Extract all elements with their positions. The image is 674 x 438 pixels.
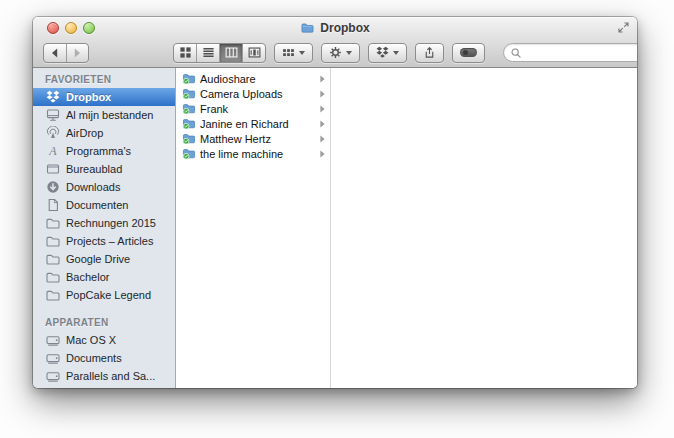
list-item-janine-en-richard[interactable]: Janine en Richard bbox=[176, 116, 330, 131]
hard-drive-icon bbox=[45, 351, 60, 366]
coverflow-view-icon bbox=[248, 46, 261, 59]
folder-icon bbox=[45, 216, 60, 231]
tag-pill-icon bbox=[460, 48, 477, 57]
sidebar-item-label: Al mijn bestanden bbox=[66, 109, 153, 121]
gear-icon bbox=[329, 46, 342, 59]
search-icon bbox=[510, 47, 522, 59]
folder-icon bbox=[45, 234, 60, 249]
fullscreen-arrows-icon[interactable] bbox=[618, 22, 629, 33]
folder-icon bbox=[45, 270, 60, 285]
dropbox-icon bbox=[45, 90, 60, 105]
sidebar-section-favorites: FAVORIETEN bbox=[33, 72, 175, 88]
icon-view-icon bbox=[179, 46, 192, 59]
forward-button[interactable] bbox=[66, 44, 89, 62]
list-item-frank[interactable]: Frank bbox=[176, 101, 330, 116]
list-view-button[interactable] bbox=[196, 44, 219, 62]
sidebar-item-desktop[interactable]: Bureaublad bbox=[33, 160, 175, 178]
hard-drive-icon bbox=[45, 333, 60, 348]
column-view-icon bbox=[225, 46, 238, 59]
sidebar-item-rechnungen-2015[interactable]: Rechnungen 2015 bbox=[33, 214, 175, 232]
sidebar-item-popcake-legend[interactable]: PopCake Legend bbox=[33, 286, 175, 304]
documents-icon bbox=[45, 198, 60, 213]
hard-drive-icon bbox=[45, 369, 60, 384]
sidebar-item-applications[interactable]: Programma's bbox=[33, 142, 175, 160]
sidebar-item-dropbox[interactable]: Dropbox bbox=[33, 88, 175, 106]
toolbar bbox=[33, 38, 637, 67]
view-mode-control bbox=[173, 43, 266, 63]
sidebar-item-label: Bachelor bbox=[66, 271, 109, 283]
list-item-matthew-hertz[interactable]: Matthew Hertz bbox=[176, 131, 330, 146]
column-2-empty[interactable] bbox=[331, 68, 637, 388]
share-icon bbox=[423, 46, 436, 59]
item-label: the lime machine bbox=[200, 148, 283, 160]
sidebar-item-label: Dropbox bbox=[66, 91, 111, 103]
action-menu-button[interactable] bbox=[321, 43, 360, 63]
sidebar-item-parallels[interactable]: Parallels and Sa... bbox=[33, 367, 175, 385]
applications-icon bbox=[45, 144, 60, 159]
list-view-icon bbox=[202, 46, 215, 59]
sidebar-item-label: Rechnungen 2015 bbox=[66, 217, 156, 229]
sidebar-item-label: AirDrop bbox=[66, 127, 103, 139]
sidebar-item-projects-articles[interactable]: Projects – Articles bbox=[33, 232, 175, 250]
all-my-files-icon bbox=[45, 108, 60, 123]
sidebar-item-label: PopCake Legend bbox=[66, 289, 151, 301]
search-field[interactable] bbox=[503, 43, 637, 62]
back-arrow-icon bbox=[48, 46, 62, 60]
sidebar-item-google-drive[interactable]: Google Drive bbox=[33, 250, 175, 268]
sidebar-item-documents[interactable]: Documenten bbox=[33, 196, 175, 214]
synced-folder-icon bbox=[182, 102, 196, 115]
column-1: Audioshare Camera Uploads Frank Janine e… bbox=[176, 68, 331, 388]
sidebar-item-label: Downloads bbox=[66, 181, 120, 193]
chevron-right-icon bbox=[320, 120, 325, 128]
sidebar-item-label: Google Drive bbox=[66, 253, 130, 265]
window-chrome: Dropbox bbox=[33, 17, 637, 68]
sidebar-item-label: Mac OS X bbox=[66, 334, 116, 346]
sidebar: FAVORIETEN Dropbox Al mijn bestanden Air… bbox=[33, 68, 176, 388]
item-label: Camera Uploads bbox=[200, 88, 283, 100]
synced-folder-icon bbox=[182, 147, 196, 160]
folder-icon bbox=[300, 21, 315, 34]
forward-arrow-icon bbox=[70, 46, 84, 60]
downloads-icon bbox=[45, 180, 60, 195]
titlebar[interactable]: Dropbox bbox=[33, 17, 637, 38]
chevron-down-icon bbox=[346, 51, 352, 55]
sidebar-item-label: Projects – Articles bbox=[66, 235, 153, 247]
sidebar-item-label: Bureaublad bbox=[66, 163, 122, 175]
column-browser: Audioshare Camera Uploads Frank Janine e… bbox=[176, 68, 637, 388]
list-item-the-lime-machine[interactable]: the lime machine bbox=[176, 146, 330, 161]
sidebar-item-label: Programma's bbox=[66, 145, 131, 157]
synced-folder-icon bbox=[182, 72, 196, 85]
item-label: Audioshare bbox=[200, 73, 256, 85]
sidebar-section-devices: APPARATEN bbox=[33, 315, 175, 331]
nav-buttons bbox=[43, 43, 89, 63]
back-button[interactable] bbox=[44, 44, 66, 62]
synced-folder-icon bbox=[182, 87, 196, 100]
sidebar-item-all-my-files[interactable]: Al mijn bestanden bbox=[33, 106, 175, 124]
coverflow-view-button[interactable] bbox=[242, 44, 265, 62]
sidebar-item-label: Documenten bbox=[66, 199, 128, 211]
dropbox-menu-button[interactable] bbox=[368, 43, 407, 63]
arrange-grid-icon bbox=[282, 46, 295, 59]
window-content: FAVORIETEN Dropbox Al mijn bestanden Air… bbox=[33, 68, 637, 388]
tag-button[interactable] bbox=[452, 43, 485, 63]
list-item-audioshare[interactable]: Audioshare bbox=[176, 71, 330, 86]
share-button[interactable] bbox=[415, 43, 444, 63]
chevron-right-icon bbox=[320, 90, 325, 98]
list-item-camera-uploads[interactable]: Camera Uploads bbox=[176, 86, 330, 101]
arrange-menu-button[interactable] bbox=[274, 43, 313, 63]
window-title-area: Dropbox bbox=[33, 17, 637, 38]
chevron-right-icon bbox=[320, 75, 325, 83]
sidebar-item-bachelor[interactable]: Bachelor bbox=[33, 268, 175, 286]
sidebar-item-label: Documents bbox=[66, 352, 122, 364]
chevron-right-icon bbox=[320, 135, 325, 143]
sidebar-item-airdrop[interactable]: AirDrop bbox=[33, 124, 175, 142]
icon-view-button[interactable] bbox=[174, 44, 196, 62]
column-view-button[interactable] bbox=[219, 44, 242, 62]
sidebar-item-mac-os-x[interactable]: Mac OS X bbox=[33, 331, 175, 349]
search-input[interactable] bbox=[526, 46, 637, 60]
item-label: Janine en Richard bbox=[200, 118, 289, 130]
synced-folder-icon bbox=[182, 117, 196, 130]
chevron-right-icon bbox=[320, 150, 325, 158]
sidebar-item-documents-volume[interactable]: Documents bbox=[33, 349, 175, 367]
sidebar-item-downloads[interactable]: Downloads bbox=[33, 178, 175, 196]
